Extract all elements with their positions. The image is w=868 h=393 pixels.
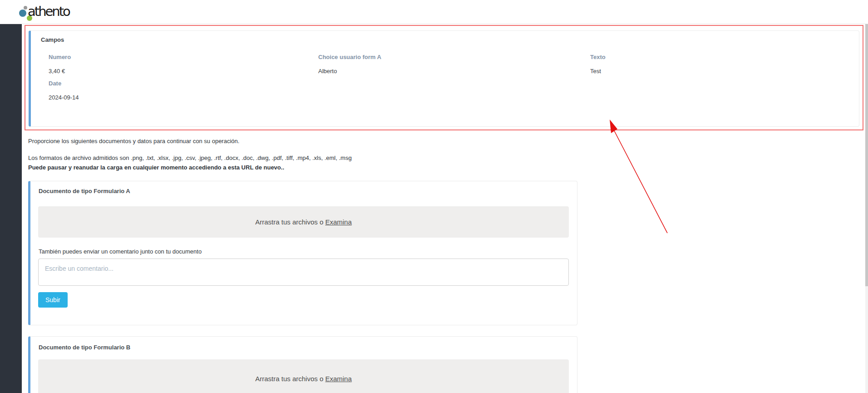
upload-card-formulario-b: Documento de tipo Formulario B Arrastra … [28,336,577,393]
campos-title: Campos [41,36,64,43]
dropzone-prompt: Arrastra tus archivos o [255,218,323,226]
field-texto: Texto Test [590,54,844,75]
campos-card: Campos Numero 3,40 € Choice usuario form… [29,30,859,127]
field-value: 2024-09-14 [49,94,303,101]
subir-button[interactable]: Subir [38,292,68,308]
file-dropzone[interactable]: Arrastra tus archivos o Examina [38,206,569,238]
vertical-scrollbar-thumb[interactable] [865,0,868,286]
dropzone-prompt: Arrastra tus archivos o [255,375,323,383]
vertical-scrollbar-track[interactable] [865,0,868,393]
instruction-line-3: Puede pausar y reanudar la carga en cual… [28,164,284,171]
upload-card-title: Documento de tipo Formulario A [39,188,130,194]
field-value: Alberto [318,68,572,75]
field-label: Date [49,80,303,87]
logo-dot-gray-icon [24,6,27,10]
instruction-line-1: Proporcione los siguientes documentos y … [28,138,239,144]
upload-card-title: Documento de tipo Formulario B [39,344,130,351]
field-label: Numero [49,54,303,60]
page: athento Campos Numero 3,40 € Choice usua… [0,0,868,393]
browse-files-link[interactable]: Examina [325,218,351,226]
logo-text: athento [28,4,69,19]
field-date: Date 2024-09-14 [49,80,303,101]
browse-files-link[interactable]: Examina [325,375,351,383]
field-choice-usuario: Choice usuario form A Alberto [318,54,572,75]
comment-label: También puedes enviar un comentario junt… [39,248,202,255]
instruction-line-2: Los formatos de archivo admitidos son .p… [28,154,352,161]
logo-dot-teal-icon [19,10,26,17]
field-value: Test [590,68,844,75]
field-label: Texto [590,54,844,60]
top-header: athento [0,0,868,24]
field-numero: Numero 3,40 € [49,54,303,75]
field-label: Choice usuario form A [318,54,572,60]
dropzone-text: Arrastra tus archivos o Examina [255,218,352,226]
field-value: 3,40 € [49,68,303,75]
upload-card-formulario-a: Documento de tipo Formulario A Arrastra … [28,181,577,325]
left-sidebar [0,24,22,393]
athento-logo[interactable]: athento [16,1,71,22]
dropzone-text: Arrastra tus archivos o Examina [255,375,352,383]
file-dropzone[interactable]: Arrastra tus archivos o Examina [38,359,569,393]
comment-input[interactable] [38,259,569,286]
